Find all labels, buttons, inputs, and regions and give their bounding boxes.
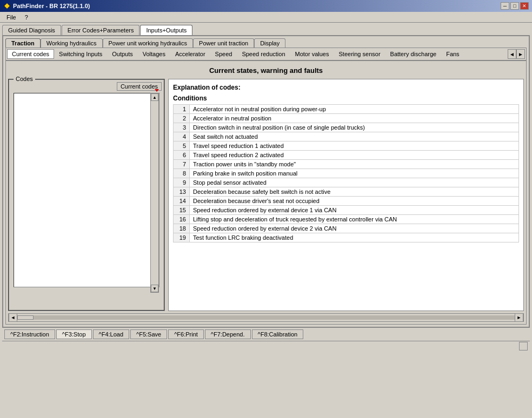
minimize-button[interactable]: ─	[501, 2, 509, 10]
condition-text: Lifting stop and deceleration of truck r…	[190, 215, 519, 224]
conditions-title: Conditions	[173, 95, 519, 102]
sub-tab-battery-discharge[interactable]: Battery discharge	[385, 49, 442, 59]
title-bar-buttons: ─ □ ✕	[501, 2, 529, 10]
app-body: Guided Diagnosis Error Codes+Parameters …	[0, 23, 532, 353]
table-row: 6Travel speed reduction 2 activated	[174, 151, 519, 160]
condition-number: 6	[174, 151, 190, 160]
app-icon	[3, 2, 11, 10]
table-row: 16Lifting stop and deceleration of truck…	[174, 215, 519, 224]
condition-text: Direction switch in neutral position (in…	[190, 123, 519, 132]
table-row: 15Speed reduction ordered by external de…	[174, 206, 519, 215]
sub-tab-speed-reduction[interactable]: Speed reduction	[237, 49, 290, 59]
sub-tab-motor-values[interactable]: Motor values	[290, 49, 334, 59]
inner-tab-traction[interactable]: Traction	[5, 38, 41, 48]
table-row: 4Seat switch not actuated	[174, 132, 519, 141]
menu-bar: File ?	[0, 12, 532, 23]
menu-help[interactable]: ?	[21, 13, 32, 22]
top-tab-bar: Guided Diagnosis Error Codes+Parameters …	[2, 25, 530, 35]
table-row: 2Accelerator in neutral position	[174, 114, 519, 123]
condition-number: 14	[174, 197, 190, 206]
table-row: 8Parking brake in switch position manual	[174, 169, 519, 178]
condition-text: Accelerator in neutral position	[190, 114, 519, 123]
condition-number: 7	[174, 160, 190, 169]
f3-stop-button[interactable]: ^F3:Stop	[56, 329, 92, 339]
sub-tab-voltages[interactable]: Voltages	[138, 49, 170, 59]
codes-scrollbar[interactable]: ▲ ▼	[150, 93, 159, 293]
tab-error-codes[interactable]: Error Codes+Parameters	[62, 25, 140, 35]
condition-text: Travel speed reduction 2 activated	[190, 151, 519, 160]
sub-tab-nav: ◄ ►	[508, 49, 525, 59]
f5-save-button[interactable]: ^F5:Save	[130, 329, 167, 339]
sub-tab-fans[interactable]: Fans	[441, 49, 464, 59]
f8-calibration-button[interactable]: ^F8:Calibration	[252, 329, 304, 339]
sub-tab-current-codes[interactable]: Current codes	[7, 49, 54, 59]
h-scroll-left-button[interactable]: ◄	[9, 313, 17, 322]
maximize-button[interactable]: □	[510, 2, 519, 10]
sub-tab-steering-sensor[interactable]: Steering sensor	[334, 49, 385, 59]
inner-tab-power-unit-working-hydraulics[interactable]: Power unit working hydraulics	[103, 38, 194, 48]
inner-tab-display[interactable]: Display	[254, 38, 285, 48]
inner-tab-power-unit-traction[interactable]: Power unit traction	[193, 38, 254, 48]
condition-number: 9	[174, 178, 190, 187]
codes-panel: Codes Current codes ▲ ▼	[8, 79, 165, 311]
current-codes-button[interactable]: Current codes	[117, 82, 162, 91]
status-icon	[519, 342, 528, 350]
table-row: 1Accelerator not in neutral position dur…	[174, 105, 519, 114]
condition-text: Deceleration because safety belt switch …	[190, 187, 519, 197]
bottom-buttons: ^F2:Instruction ^F3:Stop ^F4:Load ^F5:Sa…	[2, 328, 530, 341]
codes-list	[14, 93, 159, 287]
tab-guided-diagnosis[interactable]: Guided Diagnosis	[2, 25, 61, 35]
condition-number: 18	[174, 224, 190, 233]
sub-tab-prev-button[interactable]: ◄	[508, 49, 516, 59]
condition-number: 1	[174, 105, 190, 114]
title-bar: PathFinder - BR 1275(1.1.0) ─ □ ✕	[0, 0, 532, 12]
sub-tab-switching-inputs[interactable]: Switching Inputs	[54, 49, 107, 59]
condition-text: Stop pedal sensor activated	[190, 178, 519, 187]
menu-file[interactable]: File	[2, 13, 21, 22]
table-row: 13Deceleration because safety belt switc…	[174, 187, 519, 197]
table-row: 7Traction power units in "standby mode"	[174, 160, 519, 169]
sub-tab-accelerator[interactable]: Accelerator	[170, 49, 210, 59]
table-row: 9Stop pedal sensor activated	[174, 178, 519, 187]
f7-depend-button[interactable]: ^F7:Depend.	[205, 329, 251, 339]
condition-text: Traction power units in "standby mode"	[190, 160, 519, 169]
main-panel: Traction Working hydraulics Power unit w…	[2, 35, 530, 328]
condition-text: Speed reduction ordered by external devi…	[190, 224, 519, 233]
condition-number: 5	[174, 141, 190, 151]
condition-text: Travel speed reduction 1 activated	[190, 141, 519, 151]
page-title: Current states, warning and faults	[8, 66, 524, 75]
scroll-down-button[interactable]: ▼	[151, 285, 158, 292]
sub-tab-next-button[interactable]: ►	[516, 49, 525, 59]
h-scroll-track	[17, 315, 515, 320]
table-row: 19Test function LRC braking deactivated	[174, 233, 519, 242]
app-title: PathFinder - BR 1275(1.1.0)	[13, 3, 90, 9]
sub-tab-outputs[interactable]: Outputs	[107, 49, 138, 59]
two-pane: Codes Current codes ▲ ▼ Explanation of	[8, 79, 524, 311]
h-scroll-thumb[interactable]	[17, 315, 34, 320]
tab-inputs-outputs[interactable]: Inputs+Outputs	[140, 25, 192, 35]
condition-number: 2	[174, 114, 190, 123]
f6-print-button[interactable]: ^F6:Print	[168, 329, 204, 339]
close-button[interactable]: ✕	[520, 2, 529, 10]
condition-number: 13	[174, 187, 190, 197]
condition-number: 15	[174, 206, 190, 215]
condition-number: 8	[174, 169, 190, 178]
scroll-up-button[interactable]: ▲	[151, 93, 158, 101]
f2-instruction-button[interactable]: ^F2:Instruction	[4, 329, 55, 339]
h-scroll-right-button[interactable]: ►	[515, 313, 523, 322]
sub-tab-bar: Current codes Switching Inputs Outputs V…	[5, 48, 527, 60]
explanation-title: Explanation of codes:	[173, 84, 519, 91]
f4-load-button[interactable]: ^F4:Load	[93, 329, 130, 339]
status-bar	[2, 341, 530, 350]
condition-text: Deceleration because driver's seat not o…	[190, 197, 519, 206]
condition-number: 19	[174, 233, 190, 242]
condition-text: Test function LRC braking deactivated	[190, 233, 519, 242]
h-scrollbar: ◄ ►	[8, 313, 524, 322]
condition-number: 4	[174, 132, 190, 141]
inner-tab-working-hydraulics[interactable]: Working hydraulics	[41, 38, 103, 48]
condition-number: 3	[174, 123, 190, 132]
condition-text: Parking brake in switch position manual	[190, 169, 519, 178]
table-row: 5Travel speed reduction 1 activated	[174, 141, 519, 151]
content-area: Current states, warning and faults Codes…	[5, 60, 527, 325]
sub-tab-speed[interactable]: Speed	[210, 49, 237, 59]
